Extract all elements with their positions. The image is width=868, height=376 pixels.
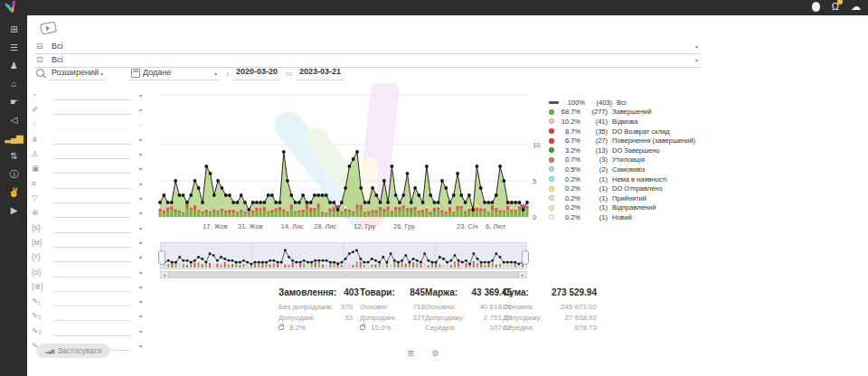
stats-sub-value: 718 (413, 302, 425, 313)
filter-input[interactable] (53, 134, 131, 145)
legend-item[interactable]: 0.2% (1) Відправлений (549, 203, 695, 213)
scroll-right-icon[interactable]: ▸ (519, 272, 526, 277)
filter-row: ¤ ▾ (32, 178, 144, 190)
legend-item[interactable]: 0.2% (1) Нема в наявності (549, 174, 695, 184)
chevron-down-icon[interactable]: ▾ (139, 225, 142, 231)
legend-item[interactable]: 10.2% (41) Відмова (549, 117, 695, 127)
brand-logo[interactable] (4, 1, 19, 14)
filter-input[interactable] (53, 193, 131, 203)
legend-item[interactable]: 0.2% (1) Новий (549, 212, 695, 222)
statuses-filter-row[interactable]: ⊟ Всі ▾ (34, 41, 701, 54)
legend-item[interactable]: 0.5% (2) Самовивіз (549, 164, 695, 174)
sidebar-item[interactable]: ◁ (0, 115, 27, 126)
manager-filter-icon: ♙ (32, 149, 48, 158)
filter-input[interactable] (53, 237, 131, 248)
chevron-down-icon[interactable]: ▾ (139, 343, 142, 349)
list-view-icon[interactable]: ≣ (407, 348, 414, 358)
filter-input[interactable] (53, 163, 131, 174)
chart-scrollbar[interactable]: ◂ ⋯ ▸ (160, 271, 527, 278)
apply-button[interactable]: ▂▄▆ Застосувати (36, 343, 110, 358)
sidebar-item[interactable]: ▶ (0, 205, 27, 216)
chevron-down-icon[interactable]: ▾ (139, 151, 142, 157)
filter-input[interactable] (53, 89, 131, 100)
sidebar-item[interactable]: ⓘ (0, 169, 27, 180)
chevron-down-icon[interactable]: ▾ (139, 328, 142, 334)
sidebar-item[interactable]: ⇅ (0, 151, 27, 162)
date-to-input[interactable]: 2023-03-21 (297, 67, 344, 80)
product-view-icon[interactable]: ⊚ (431, 348, 439, 358)
filter-input[interactable] (53, 325, 131, 336)
chevron-down-icon[interactable]: ▾ (139, 240, 142, 246)
stats-sub-label: Середня: (425, 323, 490, 334)
filter-input[interactable] (53, 296, 131, 306)
navigator-left-handle[interactable] (158, 250, 165, 265)
search-mode-select[interactable]: Розширений ▾ (50, 67, 106, 80)
filter-row: {о} ▾ (32, 267, 144, 278)
filter-input[interactable] (53, 267, 131, 277)
chevron-down-icon[interactable]: ▾ (695, 43, 698, 50)
legend-item[interactable]: 3.2% (13) DO Завершено (549, 146, 695, 155)
legend-item[interactable]: 100% (403) Всі (549, 98, 695, 108)
user-avatar-icon[interactable] (812, 2, 820, 12)
chevron-down-icon[interactable]: ▾ (139, 107, 142, 113)
sidebar-item[interactable]: ▂▄▆ (0, 133, 27, 144)
chevron-down-icon[interactable]: ▾ (139, 254, 142, 260)
cloud-sync-icon[interactable]: ☁ (851, 2, 861, 12)
legend-item[interactable]: 68.7% (277) Завершений (549, 108, 695, 118)
filter-input[interactable] (53, 251, 131, 262)
scrollbar-thumb[interactable]: ⋯ (168, 272, 519, 277)
notifications-bell-icon[interactable]: Ω (832, 2, 839, 12)
chevron-down-icon[interactable]: ▾ (139, 136, 142, 143)
chevron-down-icon[interactable]: ▾ (695, 57, 698, 63)
sidebar-item[interactable]: ☛ (0, 97, 27, 108)
chevron-down-icon[interactable]: ▾ (139, 313, 142, 319)
stats-sub-value: 33 (344, 313, 353, 324)
chevron-down-icon[interactable]: ▾ (139, 92, 142, 99)
chevron-down-icon[interactable]: ▾ (139, 269, 142, 276)
video-hint-icon[interactable] (40, 21, 57, 34)
sidebar-item[interactable]: ☰ (0, 42, 27, 53)
legend-count: (35) (585, 127, 608, 136)
legend-percent: 0.2% (558, 194, 580, 202)
sidebar-item[interactable]: ⊞ (0, 24, 27, 35)
sidebar-item[interactable]: ♟ (0, 61, 27, 71)
chevron-down-icon[interactable]: ▾ (139, 284, 142, 290)
date-field-select[interactable]: Додане ▾ (129, 67, 220, 80)
legend-marker-icon (549, 157, 554, 163)
products-filter-row[interactable]: ⊡ Всі ▾ (34, 54, 701, 68)
search-icon[interactable] (36, 69, 44, 77)
stats-products-value: 845 (410, 287, 425, 297)
date-from-input[interactable]: 2020-03-20 (233, 67, 280, 80)
filter-input[interactable] (53, 207, 131, 218)
legend-item[interactable]: 6.7% (27) Повернення (завершений) (549, 136, 695, 146)
scroll-left-icon[interactable]: ◂ (161, 272, 168, 277)
stats-sub-row: Без допродажів: 370 (278, 302, 353, 313)
legend-item[interactable]: 0.2% (1) DO Отправлено (549, 183, 695, 193)
legend-item[interactable]: 0.2% (1) Прийнятий (549, 193, 695, 203)
token-x-filter-icon: {⊗} (32, 282, 48, 291)
chevron-down-icon[interactable]: ▾ (139, 210, 142, 216)
filter-input[interactable] (53, 281, 131, 292)
funnel-filter-icon: ▽ (32, 193, 48, 202)
sidebar-item[interactable]: ⌂ (0, 79, 27, 89)
filter-input[interactable] (53, 104, 131, 115)
chevron-down-icon[interactable]: ▾ (139, 165, 142, 172)
chart-navigator[interactable] (160, 242, 527, 269)
filter-input[interactable] (53, 178, 131, 189)
date-field-value: Додане (143, 68, 171, 77)
legend-marker-icon (549, 138, 554, 144)
chevron-down-icon[interactable]: ▾ (139, 298, 142, 305)
filter-input[interactable] (53, 310, 131, 321)
chevron-down-icon[interactable]: ▾ (139, 195, 142, 202)
legend-marker-icon (549, 176, 554, 182)
legend-item[interactable]: 8.7% (35) DO Возврат склад (549, 127, 695, 136)
filter-input[interactable] (53, 222, 131, 233)
sidebar-item[interactable]: ✌ (0, 187, 27, 198)
chevron-down-icon[interactable]: ▾ (139, 122, 142, 128)
filter-input[interactable] (53, 119, 131, 130)
chevron-down-icon[interactable]: ▾ (139, 181, 142, 187)
stats-sub-row: Допродажу: 2 751.25 (425, 313, 512, 324)
navigator-right-handle[interactable] (522, 250, 529, 265)
legend-item[interactable]: 0.7% (3) Утилізація (549, 155, 695, 165)
filter-input[interactable] (53, 148, 131, 159)
